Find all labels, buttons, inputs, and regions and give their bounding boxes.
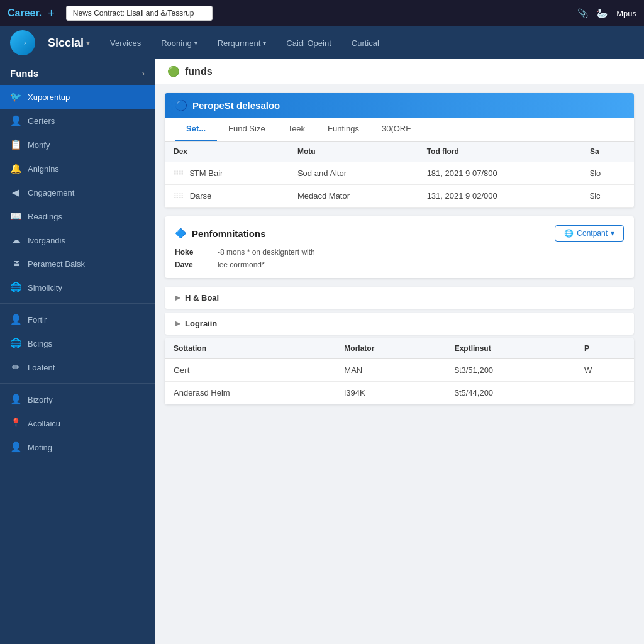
row-cell-dex: ⠿⠿ $TM Bair xyxy=(165,162,289,185)
app-title: Career. xyxy=(8,8,42,19)
sidebar-item-ivorgandis[interactable]: ☁ Ivorgandis xyxy=(0,228,155,252)
performance-header: 🔷 Penfomnitations 🌐 Contpant ▾ xyxy=(175,225,624,242)
row-cell-sa: $ic xyxy=(581,185,634,208)
tab-funtings[interactable]: Funtings xyxy=(316,118,370,141)
log-section: Sottation Morlator Exptlinsut P Gert MAN… xyxy=(165,338,634,404)
col-header-sa: Sa xyxy=(581,142,634,162)
col-header-todflord: Tod flord xyxy=(418,142,581,162)
log-col-sottation: Sottation xyxy=(165,338,335,359)
main-content: 🟢 funds 🔵 PeropeSt delesaloo Set... Fund… xyxy=(155,59,644,644)
sidebar-item-simolicity[interactable]: 🌐 Simolicity xyxy=(0,275,155,299)
perf-row-hoke: Hoke -8 mons * on deskigntert with xyxy=(175,248,624,257)
log-cell-sottation: Gert xyxy=(165,359,335,382)
paperclip-icon[interactable]: 📎 xyxy=(577,8,588,18)
drag-handle-icon[interactable]: ⠿⠿ xyxy=(174,192,184,200)
performance-icon: 🔷 xyxy=(175,228,187,239)
top-bar-right: 📎 🦢 Mpus xyxy=(577,8,636,18)
new-tab-button[interactable]: + xyxy=(48,7,55,20)
prospect-card: 🔵 PeropeSt delesaloo Set... Fund Size Te… xyxy=(165,93,634,208)
logo-circle: → xyxy=(10,30,35,55)
sidebar-item-fortir[interactable]: 👤 Fortir xyxy=(0,308,155,331)
chevron-down-icon: ▾ xyxy=(194,40,197,47)
sidebar-item-xuporentup[interactable]: 🐦 Xuporentup xyxy=(0,85,155,109)
row-cell-motu: Sod and Altor xyxy=(289,162,418,185)
sidebar-item-label: Simolicity xyxy=(28,283,62,292)
sidebar-item-gerters[interactable]: 👤 Gerters xyxy=(0,109,155,133)
table-row[interactable]: ⠿⠿ Darse Medacd Mator 131, 2021 9 02/000… xyxy=(165,185,634,208)
nav-item-curtical[interactable]: Curtical xyxy=(341,26,389,59)
contpant-button[interactable]: 🌐 Contpant ▾ xyxy=(555,225,624,242)
sidebar-item-moting[interactable]: 👤 Moting xyxy=(0,435,155,459)
sidebar-item-readings[interactable]: 📖 Readings xyxy=(0,204,155,228)
log-cell-p xyxy=(575,382,634,404)
sidebar-item-bcings[interactable]: 🌐 Bcings xyxy=(0,331,155,355)
cloud-icon: ☁ xyxy=(10,235,21,246)
collapsible-lograiin-header[interactable]: ▶ Lograiin xyxy=(165,313,634,335)
globe-icon: 🌐 xyxy=(10,282,21,293)
chevron-down-icon: ▾ xyxy=(611,229,614,238)
nav-logo[interactable]: → xyxy=(0,26,45,59)
performance-title: Penfomnitations xyxy=(192,228,266,239)
log-col-exptlinsut: Exptlinsut xyxy=(446,338,575,359)
sidebar-item-peramect-balsk[interactable]: 🖥 Peramect Balsk xyxy=(0,252,155,275)
sidebar-item-label: Loatent xyxy=(28,363,55,372)
nav-item-rerqurment[interactable]: Rerqurment ▾ xyxy=(208,26,277,59)
page-title: funds xyxy=(185,66,213,77)
sidebar-item-monfy[interactable]: 📋 Monfy xyxy=(0,133,155,157)
drag-handle-icon[interactable]: ⠿⠿ xyxy=(174,170,184,177)
sidebar-item-anignins[interactable]: 🔔 Anignins xyxy=(0,157,155,180)
nav-item-rooning[interactable]: Rooning ▾ xyxy=(151,26,207,59)
nav-bar: → Sicciai ▾ Vervices Rooning ▾ Rerqurmen… xyxy=(0,26,644,59)
log-cell-exptlinsut: $t3/51,200 xyxy=(446,359,575,382)
row-cell-todflord: 131, 2021 9 02/000 xyxy=(418,185,581,208)
user-icon: 👤 xyxy=(10,115,21,126)
prospect-table: Dex Motu Tod flord Sa ⠿⠿ $TM Bair Sod an… xyxy=(165,142,634,208)
tab-set[interactable]: Set... xyxy=(175,118,217,141)
globe-icon: 🌐 xyxy=(10,338,21,349)
row-cell-sa: $lo xyxy=(581,162,634,185)
collapsible-hboal-header[interactable]: ▶ H & Boal xyxy=(165,287,634,309)
book-icon: 📖 xyxy=(10,211,21,222)
monitor-icon: 🖥 xyxy=(10,258,21,269)
sidebar-item-bizorfy[interactable]: 👤 Bizorfy xyxy=(0,387,155,411)
sidebar-item-acollaicu[interactable]: 📍 Acollaicu xyxy=(0,411,155,435)
tab-fund-size[interactable]: Fund Size xyxy=(217,118,277,141)
perf-row-dave: Dave lee corrmond* xyxy=(175,260,624,269)
sidebar-item-label: Acollaicu xyxy=(28,419,60,428)
col-header-dex: Dex xyxy=(165,142,289,162)
log-table-header-row: Sottation Morlator Exptlinsut P xyxy=(165,338,634,359)
sidebar-item-loatent[interactable]: ✏ Loatent xyxy=(0,355,155,379)
tab-teek[interactable]: Teek xyxy=(277,118,316,141)
collapsible-hboal: ▶ H & Boal xyxy=(165,287,634,309)
nav-items: Vervices Rooning ▾ Rerqurment ▾ Caidi Op… xyxy=(100,26,389,59)
twitter-icon: 🐦 xyxy=(10,91,21,103)
log-cell-exptlinsut: $t5/44,200 xyxy=(446,382,575,404)
row-cell-todflord: 181, 2021 9 07/800 xyxy=(418,162,581,185)
log-col-morlator: Morlator xyxy=(335,338,445,359)
user-label[interactable]: Mpus xyxy=(616,9,636,18)
context-dropdown[interactable]: News Contract: Lisail and &/Tessrup xyxy=(66,6,213,21)
prospect-title: PeropeSt delesaloo xyxy=(192,100,280,111)
person-icon[interactable]: 🦢 xyxy=(597,8,608,18)
table-row[interactable]: Gert MAN $t3/51,200 W xyxy=(165,359,634,382)
row-cell-dex: ⠿⠿ Darse xyxy=(165,185,289,208)
sidebar-item-label: Peramect Balsk xyxy=(28,259,85,269)
sidebar-expand-icon[interactable]: › xyxy=(142,69,145,78)
log-table: Sottation Morlator Exptlinsut P Gert MAN… xyxy=(165,338,634,404)
nav-brand[interactable]: Sicciai ▾ xyxy=(45,36,94,50)
sidebar-divider xyxy=(0,303,155,304)
nav-item-vervices[interactable]: Vervices xyxy=(100,26,151,59)
prospect-header: 🔵 PeropeSt delesaloo xyxy=(165,93,634,118)
sidebar-item-cngagement[interactable]: ◀ Cngagement xyxy=(0,180,155,204)
sidebar-item-label: Fortir xyxy=(28,315,47,325)
nav-item-caidi[interactable]: Caidi Opeint xyxy=(276,26,341,59)
log-cell-morlator: l394K xyxy=(335,382,445,404)
page-header: 🟢 funds xyxy=(155,59,644,84)
table-row[interactable]: ⠿⠿ $TM Bair Sod and Altor 181, 2021 9 07… xyxy=(165,162,634,185)
table-row[interactable]: Anderasd Helm l394K $t5/44,200 xyxy=(165,382,634,404)
sidebar-item-label: Monfy xyxy=(28,140,50,150)
person-icon: 👤 xyxy=(10,394,21,405)
log-col-p: P xyxy=(575,338,634,359)
chevron-right-icon: ▶ xyxy=(175,294,180,302)
tab-30ore[interactable]: 30(ORE xyxy=(370,118,423,141)
